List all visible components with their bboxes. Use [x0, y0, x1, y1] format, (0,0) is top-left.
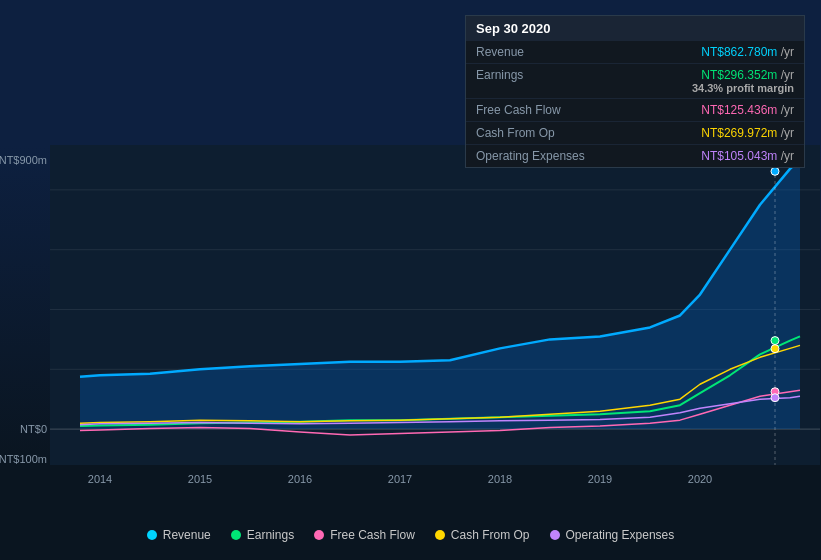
legend-dot — [550, 530, 560, 540]
tooltip-row: Free Cash FlowNT$125.436m /yr — [466, 99, 804, 122]
legend-label: Revenue — [163, 528, 211, 542]
legend-label: Operating Expenses — [566, 528, 675, 542]
legend-item[interactable]: Operating Expenses — [550, 528, 675, 542]
legend-label: Earnings — [247, 528, 294, 542]
tooltip-row-value: NT$269.972m /yr — [701, 126, 794, 140]
tooltip-row-label: Cash From Op — [476, 126, 555, 140]
legend-item[interactable]: Earnings — [231, 528, 294, 542]
tooltip-row-value: NT$862.780m /yr — [701, 45, 794, 59]
data-tooltip: Sep 30 2020 RevenueNT$862.780m /yrEarnin… — [465, 15, 805, 168]
legend-label: Cash From Op — [451, 528, 530, 542]
legend-dot — [231, 530, 241, 540]
chart-container: Sep 30 2020 RevenueNT$862.780m /yrEarnin… — [0, 0, 821, 560]
legend-item[interactable]: Free Cash Flow — [314, 528, 415, 542]
tooltip-row: EarningsNT$296.352m /yr34.3% profit marg… — [466, 64, 804, 99]
tooltip-row-label: Revenue — [476, 45, 524, 59]
legend-item[interactable]: Cash From Op — [435, 528, 530, 542]
tooltip-row-value: NT$105.043m /yr — [701, 149, 794, 163]
chart-legend: RevenueEarningsFree Cash FlowCash From O… — [0, 520, 821, 550]
tooltip-row-label: Operating Expenses — [476, 149, 585, 163]
legend-dot — [435, 530, 445, 540]
tooltip-row: Operating ExpensesNT$105.043m /yr — [466, 145, 804, 167]
tooltip-date: Sep 30 2020 — [466, 16, 804, 41]
tooltip-row: RevenueNT$862.780m /yr — [466, 41, 804, 64]
tooltip-row-value: NT$125.436m /yr — [701, 103, 794, 117]
tooltip-rows: RevenueNT$862.780m /yrEarningsNT$296.352… — [466, 41, 804, 167]
legend-label: Free Cash Flow — [330, 528, 415, 542]
tooltip-row-label: Earnings — [476, 68, 523, 82]
legend-dot — [147, 530, 157, 540]
legend-dot — [314, 530, 324, 540]
legend-item[interactable]: Revenue — [147, 528, 211, 542]
tooltip-row: Cash From OpNT$269.972m /yr — [466, 122, 804, 145]
tooltip-row-label: Free Cash Flow — [476, 103, 561, 117]
tooltip-row-value: NT$296.352m /yr34.3% profit margin — [692, 68, 794, 94]
